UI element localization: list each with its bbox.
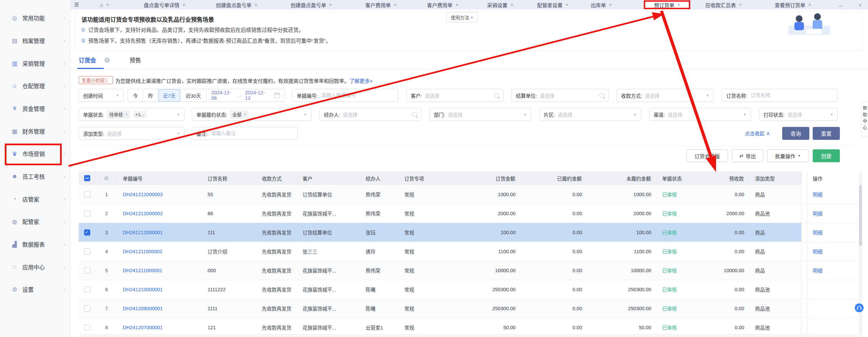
handler-select[interactable]: 经办人:请选择: [320, 108, 421, 121]
row-checkbox[interactable]: [84, 267, 90, 274]
table-row[interactable]: 1 DH241212000003 55 先收款再发货 订货结算单位 熊伟荣 常规…: [79, 185, 858, 204]
detail-link[interactable]: 明细: [813, 229, 823, 236]
table-row[interactable]: 4 DH241211000002 订货介绍 先收款再发货 张三三 唐玲 常规 1…: [79, 242, 858, 261]
row-checkbox[interactable]: [84, 286, 90, 293]
settle-unit-select[interactable]: 结算单位:请选择: [512, 89, 609, 102]
order-id-link[interactable]: DH241211000001: [123, 268, 162, 273]
row-checkbox[interactable]: [84, 324, 90, 331]
row-checkbox-checked[interactable]: [84, 229, 90, 236]
sidebar-item-common[interactable]: ◎常用功能›: [0, 11, 71, 25]
bill-status-select[interactable]: 单据状态:待审核×+1...▼: [79, 108, 185, 121]
detail-link[interactable]: 明细: [813, 191, 823, 198]
tab-1[interactable]: 创建盘点盈亏单×: [204, 0, 270, 10]
close-icon[interactable]: ×: [739, 2, 741, 7]
sidebar-item-shop-manager[interactable]: ◔店管家›: [0, 192, 71, 206]
close-icon[interactable]: ×: [394, 2, 397, 7]
tab-overflow-more[interactable]: ...: [835, 0, 847, 9]
table-row[interactable]: 7 DH241209000001 1111 先收款再发货 花旗装饰城平... 陈…: [79, 299, 858, 318]
payment-method-select[interactable]: 收款方式:请选择▼: [617, 89, 714, 102]
row-checkbox[interactable]: [84, 305, 90, 312]
table-row[interactable]: 6 DH241210000001 1111222 先收款再发货 花旗装饰城平..…: [79, 280, 858, 299]
close-icon[interactable]: ×: [254, 2, 257, 7]
order-fair-template-button[interactable]: 订货会模版: [687, 149, 728, 162]
close-icon[interactable]: ×: [677, 2, 680, 7]
tab-3[interactable]: 客户费用单×: [354, 0, 408, 10]
order-id-link[interactable]: DH241209000001: [123, 306, 163, 311]
sidebar-item-funds[interactable]: ¥资金管理›: [0, 102, 71, 115]
row-checkbox[interactable]: [84, 248, 90, 255]
sidebar-item-finance[interactable]: ▦财务管理›: [0, 125, 71, 138]
scrollbar-thumb[interactable]: [859, 185, 862, 246]
order-id-link[interactable]: DH241212000003: [123, 192, 163, 197]
date-range-picker[interactable]: 2024-12-06→2024-12-12: [207, 89, 285, 101]
detail-link[interactable]: 明细: [813, 267, 823, 274]
tab-7[interactable]: 出库单×: [582, 0, 621, 10]
sidebar-item-reports[interactable]: ▟数据报表›: [0, 238, 71, 251]
close-icon[interactable]: ×: [182, 2, 185, 7]
print-status-select[interactable]: 打印状态:请选择▼: [759, 108, 838, 121]
close-icon[interactable]: ×: [565, 2, 568, 7]
detail-link[interactable]: 明细: [813, 210, 823, 217]
close-icon[interactable]: ×: [126, 112, 128, 117]
tab-0[interactable]: 盘点盈亏单详情×: [129, 0, 200, 10]
fulfill-status-select[interactable]: 单据履约状态:全部×▼: [192, 108, 311, 121]
batch-actions-button[interactable]: 批量操作▼: [767, 149, 809, 162]
tab-order-fair[interactable]: 订货会: [79, 56, 96, 64]
tab-presale[interactable]: 预售: [130, 56, 141, 64]
detail-link[interactable]: 明细: [813, 248, 823, 255]
sidebar-item-purchase-sale[interactable]: ▥采销管理›: [0, 57, 71, 70]
order-name-field[interactable]: 订货名称:: [722, 89, 838, 102]
customer-select[interactable]: 客户:请选择: [406, 89, 503, 102]
close-icon[interactable]: ×: [106, 2, 109, 7]
sidebar-item-warehouse[interactable]: ⌂仓配管理›: [0, 79, 71, 93]
order-id-link[interactable]: DH241212000002: [123, 211, 163, 216]
table-row[interactable]: 2 DH241212000002 88 先收款再发货 花旗装饰城平... 熊伟荣…: [79, 204, 858, 223]
quick-last30-button[interactable]: 近30天: [180, 89, 207, 101]
customer-service-icon[interactable]: [855, 303, 864, 312]
tab-4[interactable]: 客户费用单×: [416, 0, 470, 10]
sidebar-item-archives[interactable]: ▤档案管理›: [0, 34, 71, 48]
create-button[interactable]: 创建: [813, 149, 840, 162]
search-button[interactable]: 查询: [782, 127, 809, 140]
tab-9[interactable]: 应收款汇总表×: [695, 0, 752, 10]
reset-button[interactable]: 重置: [813, 127, 840, 140]
channel-select[interactable]: 渠道:请选择▼: [649, 108, 751, 121]
quick-today-button[interactable]: 今: [128, 89, 143, 101]
area-select[interactable]: 片区:请选择▼: [539, 108, 641, 121]
sidebar-item-staff-assessment[interactable]: ☻员工考核›: [0, 170, 71, 183]
close-icon[interactable]: ×: [510, 2, 513, 7]
sidebar-item-app-center[interactable]: ∷应用中心›: [0, 260, 71, 274]
tab-6[interactable]: 配管家设置×: [530, 0, 576, 10]
close-icon[interactable]: ×: [609, 2, 612, 7]
add-type-select[interactable]: 添加类型:请选择▼: [79, 127, 185, 140]
tab-home[interactable]: ⌂×: [90, 0, 119, 10]
table-row[interactable]: 5 DH241211000001 000 先收款再发货 花旗装饰城平... 熊伟…: [79, 261, 858, 280]
time-type-select[interactable]: 创建时间▼: [79, 89, 123, 102]
quick-yesterday-button[interactable]: 昨: [143, 89, 158, 101]
close-icon[interactable]: ×: [456, 2, 458, 7]
row-checkbox[interactable]: [84, 210, 90, 217]
collapse-sidebar-icon[interactable]: ☰: [73, 0, 81, 10]
select-all-checkbox[interactable]: [84, 175, 90, 181]
bill-no-input[interactable]: [321, 92, 394, 98]
order-id-link[interactable]: DH241210000001: [123, 287, 163, 292]
close-icon[interactable]: ×: [329, 2, 332, 7]
help-circle-icon[interactable]: ?: [104, 57, 110, 63]
tab-5[interactable]: 采销设置×: [477, 0, 523, 10]
collapse-filters-link[interactable]: 点击收起∧: [745, 130, 770, 137]
learn-more-link[interactable]: 了解更多>: [349, 78, 373, 84]
tab-list-expand-icon[interactable]: ∨: [855, 0, 865, 10]
bill-no-field[interactable]: 单据编号:: [292, 89, 398, 102]
sidebar-item-marketing[interactable]: ♛市场营销›: [0, 147, 71, 161]
table-row-selected[interactable]: 3 DH241212000001 111 先收款再发货 订货结算单位 张钰 常规…: [79, 223, 858, 242]
order-id-link[interactable]: DH241207000001: [123, 325, 163, 330]
sidebar-item-delivery-manager[interactable]: ◍配管家›: [0, 215, 71, 228]
column-settings-icon[interactable]: ⚙: [104, 175, 109, 182]
order-id-link[interactable]: DH241211000002: [123, 249, 162, 254]
row-checkbox[interactable]: [84, 191, 90, 198]
export-button[interactable]: ⇄导出: [732, 149, 763, 162]
order-id-link[interactable]: DH241212000001: [123, 230, 163, 235]
tab-preorder-active[interactable]: 预订货单×: [646, 0, 688, 10]
tab-10[interactable]: 查看预订货单×: [761, 0, 824, 10]
sidebar-item-settings[interactable]: ⚙设置›: [0, 283, 71, 296]
